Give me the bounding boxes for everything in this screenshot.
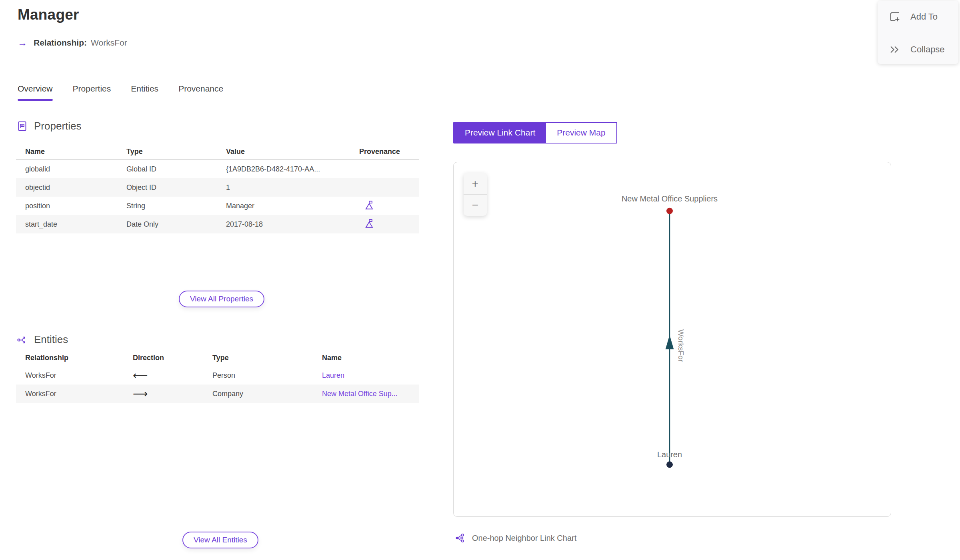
- collapse-button[interactable]: Collapse: [878, 37, 958, 62]
- chart-caption: One-hop Neighbor Link Chart: [455, 533, 576, 543]
- property-name: objectid: [16, 183, 117, 192]
- table-row: objectid Object ID 1: [16, 178, 419, 197]
- add-to-icon: [889, 11, 901, 23]
- collapse-label: Collapse: [910, 44, 945, 55]
- relationship-subtitle: → Relationship: WorksFor: [18, 37, 127, 48]
- preview-link-chart-tab[interactable]: Preview Link Chart: [454, 123, 546, 143]
- col-provenance: Provenance: [350, 147, 419, 156]
- relationship-detail-page: Manager → Relationship: WorksFor Add To …: [0, 0, 960, 560]
- property-name: start_date: [16, 220, 117, 229]
- add-to-label: Add To: [910, 12, 938, 22]
- property-provenance: [350, 200, 419, 212]
- view-all-properties-button[interactable]: View All Properties: [179, 291, 264, 307]
- relationship-value: WorksFor: [91, 38, 127, 48]
- property-value: 2017-08-18: [217, 220, 350, 229]
- entity-direction-arrow: ⟶: [124, 388, 203, 400]
- property-name: position: [16, 202, 117, 210]
- property-name: globalid: [16, 165, 117, 173]
- property-value: Manager: [217, 202, 350, 210]
- entity-type: Company: [203, 390, 313, 398]
- table-row: WorksFor ⟵ Person Lauren: [16, 366, 419, 385]
- page-title: Manager: [18, 6, 79, 23]
- entities-section-heading: Entities: [17, 333, 68, 346]
- table-row: WorksFor ⟶ Company New Metal Office Sup.…: [16, 385, 419, 403]
- node-person[interactable]: [666, 461, 673, 468]
- entities-heading-label: Entities: [34, 333, 68, 346]
- entity-name-link[interactable]: New Metal Office Sup...: [322, 390, 398, 398]
- preview-map-tab[interactable]: Preview Map: [546, 123, 616, 143]
- zoom-in-button[interactable]: +: [464, 173, 487, 194]
- tab-provenance[interactable]: Provenance: [178, 84, 223, 101]
- provenance-flag-icon[interactable]: [364, 200, 374, 212]
- entity-relationship: WorksFor: [16, 371, 124, 380]
- property-type: String: [117, 202, 217, 210]
- col-name: Name: [313, 354, 419, 362]
- collapse-chevrons-icon: [889, 44, 901, 56]
- properties-heading-label: Properties: [34, 120, 82, 132]
- provenance-flag-icon[interactable]: [364, 218, 374, 231]
- properties-icon: [17, 121, 28, 132]
- entities-table-header: Relationship Direction Type Name: [16, 350, 419, 366]
- link-chart-panel[interactable]: New Metal Office Suppliers Lauren WorksF…: [453, 162, 891, 517]
- entity-direction-arrow: ⟵: [124, 369, 203, 382]
- property-provenance: [350, 218, 419, 231]
- preview-toggle: Preview Link Chart Preview Map: [453, 122, 617, 143]
- col-direction: Direction: [124, 354, 203, 362]
- zoom-out-button[interactable]: −: [464, 194, 487, 215]
- relationship-arrow-icon: →: [18, 37, 27, 48]
- table-row: globalid Global ID {1A9DB2B6-D482-4170-A…: [16, 160, 419, 178]
- action-card: Add To Collapse: [878, 1, 958, 64]
- link-chart: New Metal Office Suppliers Lauren WorksF…: [454, 162, 891, 516]
- one-hop-link-chart-icon: [455, 533, 466, 543]
- tab-properties[interactable]: Properties: [73, 84, 111, 101]
- entities-table: Relationship Direction Type Name WorksFo…: [16, 350, 419, 403]
- property-type: Date Only: [117, 220, 217, 229]
- add-to-button[interactable]: Add To: [878, 4, 958, 30]
- property-type: Object ID: [117, 183, 217, 192]
- property-value: 1: [217, 183, 350, 192]
- col-relationship: Relationship: [16, 354, 124, 362]
- entities-icon: [17, 334, 28, 345]
- view-all-entities-button[interactable]: View All Entities: [182, 532, 258, 548]
- zoom-widget: + −: [464, 173, 487, 216]
- col-value: Value: [217, 147, 350, 156]
- node-label-company: New Metal Office Suppliers: [622, 194, 718, 203]
- tab-entities[interactable]: Entities: [131, 84, 158, 101]
- chart-caption-label: One-hop Neighbor Link Chart: [472, 534, 576, 543]
- node-label-person: Lauren: [657, 450, 682, 459]
- properties-table-header: Name Type Value Provenance: [16, 144, 419, 160]
- property-value: {1A9DB2B6-D482-4170-AA...: [217, 165, 350, 173]
- relationship-label: Relationship:: [34, 38, 87, 48]
- properties-section-heading: Properties: [17, 120, 82, 132]
- properties-table: Name Type Value Provenance globalid Glob…: [16, 144, 419, 233]
- col-type: Type: [203, 354, 313, 362]
- tab-overview[interactable]: Overview: [18, 84, 53, 101]
- entity-name-link[interactable]: Lauren: [322, 371, 344, 379]
- node-company[interactable]: [666, 208, 673, 214]
- entity-type: Person: [203, 371, 313, 380]
- edge-arrowhead-icon: [666, 335, 674, 349]
- property-type: Global ID: [117, 165, 217, 173]
- table-row: position String Manager: [16, 197, 419, 215]
- entity-relationship: WorksFor: [16, 390, 124, 398]
- edge-label: WorksFor: [677, 329, 685, 362]
- col-type: Type: [117, 147, 217, 156]
- table-row: start_date Date Only 2017-08-18: [16, 215, 419, 233]
- col-name: Name: [16, 147, 117, 156]
- tab-bar: Overview Properties Entities Provenance: [18, 84, 223, 101]
